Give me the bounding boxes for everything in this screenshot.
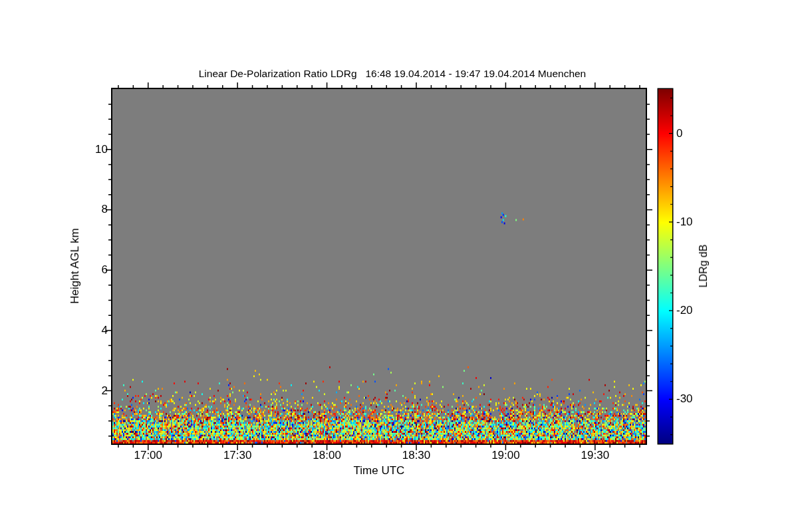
y-tick-label: 2 — [66, 384, 108, 398]
y-tick-label: 8 — [66, 203, 108, 216]
colorbar-tick-label: -10 — [676, 215, 710, 229]
colorbar-tick-label: -20 — [676, 304, 710, 317]
ldr-time-height-figure: Linear De-Polarization Ratio LDRg 16:48 … — [0, 0, 798, 532]
y-tick-label: 6 — [66, 263, 108, 277]
x-tick-label: 17:30 — [214, 449, 261, 462]
x-tick-label: 19:00 — [482, 449, 529, 462]
x-tick-label: 18:00 — [304, 449, 350, 462]
x-axis-label: Time UTC — [313, 464, 446, 477]
colorbar-label: LDRg dB — [697, 245, 710, 288]
y-tick-label: 4 — [66, 324, 108, 337]
x-tick-label: 17:00 — [125, 449, 172, 462]
chart-title: Linear De-Polarization Ratio LDRg 16:48 … — [126, 67, 658, 80]
x-tick-label: 19:30 — [572, 449, 618, 462]
colorbar-tick-label: -30 — [676, 392, 710, 406]
x-tick-label: 18:30 — [393, 449, 440, 462]
colorbar-tick-label: 0 — [676, 127, 710, 140]
y-tick-label: 10 — [66, 143, 108, 156]
